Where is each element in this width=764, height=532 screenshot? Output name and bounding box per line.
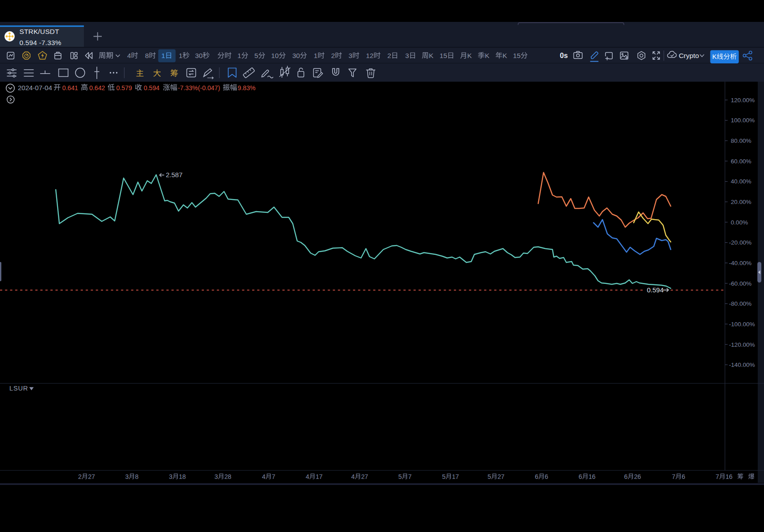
svg-text:LSUR: LSUR — [9, 385, 28, 392]
svg-text:-40.00%: -40.00% — [729, 260, 752, 266]
svg-text:0.00%: 0.00% — [731, 219, 748, 226]
svg-text:4: 4 — [306, 473, 309, 480]
svg-text:5: 5 — [442, 473, 446, 480]
svg-text:4: 4 — [262, 473, 266, 480]
svg-text:6: 6 — [579, 473, 582, 480]
svg-text:2: 2 — [331, 52, 335, 59]
svg-text:6: 6 — [624, 473, 628, 480]
svg-text:27: 27 — [361, 473, 368, 480]
svg-text:27: 27 — [88, 473, 95, 480]
svg-text:20.00%: 20.00% — [731, 199, 752, 205]
svg-text:3: 3 — [169, 473, 173, 480]
svg-text:2024-07-04: 2024-07-04 — [18, 84, 52, 91]
svg-text:-140.00%: -140.00% — [729, 362, 755, 368]
svg-text:15: 15 — [440, 52, 447, 59]
svg-text:15: 15 — [513, 52, 521, 59]
svg-text:0.594 -7.33%: 0.594 -7.33% — [20, 39, 62, 46]
svg-text:K: K — [485, 52, 490, 59]
svg-text:18: 18 — [179, 473, 186, 480]
svg-text:5: 5 — [254, 52, 258, 59]
svg-text:7: 7 — [672, 473, 676, 480]
svg-text:3: 3 — [215, 473, 218, 480]
svg-text:0.594: 0.594 — [647, 286, 664, 294]
svg-text:8: 8 — [145, 52, 149, 59]
svg-text:K: K — [502, 52, 507, 59]
svg-text:17: 17 — [452, 473, 459, 480]
svg-text:8: 8 — [135, 473, 139, 480]
svg-text:3: 3 — [405, 52, 409, 59]
svg-text:10: 10 — [271, 52, 279, 59]
svg-text:7: 7 — [716, 473, 719, 480]
svg-text:1: 1 — [179, 52, 183, 59]
svg-text:0.641: 0.641 — [62, 84, 79, 91]
svg-text:K: K — [467, 52, 472, 59]
svg-text:-20.00%: -20.00% — [729, 239, 752, 246]
svg-text:40.00%: 40.00% — [731, 178, 752, 185]
svg-text:100.00%: 100.00% — [731, 117, 755, 124]
svg-text:1: 1 — [237, 52, 241, 59]
svg-text:80.00%: 80.00% — [731, 137, 752, 144]
svg-text:12: 12 — [366, 52, 374, 59]
svg-text:0.642: 0.642 — [89, 84, 105, 91]
svg-text:1: 1 — [314, 52, 318, 59]
svg-text:0.579: 0.579 — [116, 84, 133, 91]
svg-text:-80.00%: -80.00% — [729, 300, 752, 307]
svg-text:Crypto: Crypto — [679, 52, 699, 59]
svg-text:4: 4 — [351, 473, 355, 480]
svg-text:4: 4 — [127, 52, 131, 59]
svg-text:K: K — [429, 52, 434, 59]
svg-text:17: 17 — [316, 473, 323, 480]
svg-text:7: 7 — [272, 473, 275, 480]
svg-text:6: 6 — [682, 473, 685, 480]
svg-text:28: 28 — [224, 473, 232, 480]
svg-text:7: 7 — [408, 473, 412, 480]
svg-text:2.587: 2.587 — [166, 171, 183, 179]
svg-text:60.00%: 60.00% — [731, 158, 752, 165]
svg-text:6: 6 — [545, 473, 548, 480]
svg-text:9.83%: 9.83% — [238, 84, 256, 91]
svg-text:1: 1 — [162, 52, 166, 59]
svg-text:3: 3 — [349, 52, 353, 59]
svg-text:3: 3 — [125, 473, 129, 480]
svg-text:16: 16 — [726, 473, 733, 480]
svg-text:2: 2 — [387, 52, 391, 59]
svg-text:-120.00%: -120.00% — [729, 341, 755, 348]
svg-text:-60.00%: -60.00% — [729, 280, 752, 287]
svg-text:-100.00%: -100.00% — [729, 321, 755, 328]
svg-text:STRK/USDT: STRK/USDT — [20, 28, 59, 35]
svg-text:120.00%: 120.00% — [731, 97, 755, 104]
svg-text:16: 16 — [589, 473, 596, 480]
svg-text:0.594: 0.594 — [144, 84, 160, 91]
svg-text:5: 5 — [399, 473, 402, 480]
svg-text:0s: 0s — [560, 52, 568, 59]
svg-text:6: 6 — [535, 473, 539, 480]
svg-text:K: K — [712, 53, 717, 60]
svg-text:30: 30 — [195, 52, 203, 59]
svg-text:2: 2 — [78, 473, 82, 480]
svg-text:30: 30 — [292, 52, 300, 59]
svg-text:26: 26 — [634, 473, 641, 480]
svg-text:-7.33%(-0.047): -7.33%(-0.047) — [178, 84, 220, 91]
svg-text:5: 5 — [488, 473, 491, 480]
svg-text:27: 27 — [498, 473, 505, 480]
